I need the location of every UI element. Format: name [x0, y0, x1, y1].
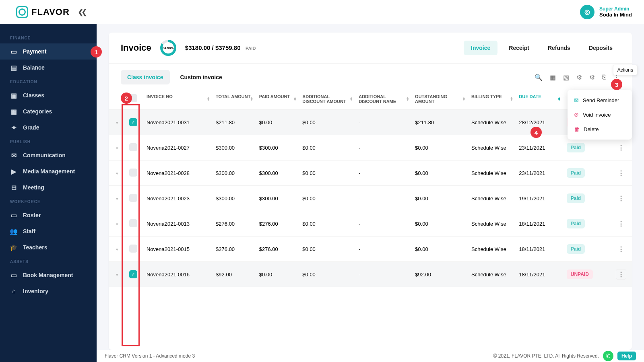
expand-icon[interactable]: ▾ [116, 120, 120, 125]
row-more-icon[interactable]: ⋮ [616, 142, 626, 153]
sidebar-item-label: Meeting [23, 184, 44, 191]
cell-total: $300.00 [212, 160, 255, 186]
expand-icon[interactable]: ▾ [116, 171, 120, 176]
cell-add-discount-amount: $0.00 [298, 262, 355, 287]
calendar-icon[interactable]: ▦ [550, 74, 556, 81]
export-icon[interactable]: ⎘ [602, 74, 606, 81]
sidebar-item-meeting[interactable]: ⊟Meeting [0, 179, 97, 195]
settings-icon[interactable]: ⚙ [589, 74, 595, 81]
action-delete[interactable]: 🗑Delete [568, 122, 632, 136]
cell-due-date: 23/11/2021 [515, 160, 562, 186]
expand-icon[interactable]: ▾ [116, 247, 120, 252]
cell-invoice-no: Novena2021-0013 [142, 211, 212, 237]
sidebar-item-inventory[interactable]: ⌂Inventory [0, 283, 97, 299]
filter-icon[interactable]: ⚙ [576, 74, 582, 81]
col-invoice-no[interactable]: INVOICE NO▲▼ [142, 88, 212, 110]
user-text: Super Admin Soda In Mind [599, 6, 632, 18]
sidebar-item-roster[interactable]: ▭Roster [0, 207, 97, 223]
table-container[interactable]: INVOICE NO▲▼ TOTAL AMOUNT▲▼ PAID AMOUNT▲… [109, 88, 632, 350]
tab-deposits[interactable]: Deposits [582, 41, 620, 55]
expand-icon[interactable]: ▾ [116, 146, 120, 150]
col-billing-type[interactable]: BILLING TYPE▲▼ [467, 88, 515, 110]
row-checkbox[interactable] [129, 219, 137, 227]
cell-invoice-no: Novena2021-0016 [142, 262, 212, 287]
sidebar-item-balance[interactable]: ▤Balance [0, 60, 97, 76]
sidebar-item-payment[interactable]: ▭Payment [0, 43, 97, 60]
col-total-amount[interactable]: TOTAL AMOUNT▲▼ [212, 88, 255, 110]
cell-add-discount-name: - [355, 135, 411, 160]
sidebar-item-categories[interactable]: ▦Categories [0, 103, 97, 119]
row-checkbox[interactable] [129, 169, 137, 177]
status-badge: Paid [567, 193, 585, 203]
expand-icon[interactable]: ▾ [116, 272, 120, 277]
categories-icon: ▦ [10, 108, 17, 115]
col-paid-amount[interactable]: PAID AMOUNT▲▼ [255, 88, 299, 110]
cell-invoice-no: Novena2021-0023 [142, 186, 212, 211]
row-checkbox[interactable] [129, 245, 137, 253]
sub-tab-custom-invoice[interactable]: Custom invoice [174, 70, 229, 84]
col-additional-discount-amount[interactable]: ADDITIONAL DISCOUNT AMOUNT▲▼ [298, 88, 355, 110]
sidebar-item-communication[interactable]: ✉Communication [0, 147, 97, 163]
cell-add-discount-amount: $0.00 [298, 211, 355, 237]
row-checkbox[interactable] [129, 143, 137, 151]
progress-donut: 84.58% [160, 40, 176, 56]
tab-refunds[interactable]: Refunds [541, 41, 578, 55]
tab-receipt[interactable]: Receipt [502, 41, 537, 55]
table-row: ▾✓Novena2021-0016$92.00$0.00$0.00-$92.00… [109, 262, 632, 287]
help-button[interactable]: Help [617, 352, 636, 360]
expand-icon[interactable]: ▾ [116, 196, 120, 201]
sidebar-item-staff[interactable]: 👥Staff [0, 223, 97, 239]
col-additional-discount-name[interactable]: ADDITIONAL DISCOUNT NAME▲▼ [355, 88, 411, 110]
action-label: Send Reminder [583, 97, 619, 103]
sidebar-item-label: Book Management [23, 272, 73, 278]
row-more-icon[interactable]: ⋮ [616, 269, 626, 280]
sub-tab-class-invoice[interactable]: Class invoice [121, 70, 170, 84]
invoice-table: INVOICE NO▲▼ TOTAL AMOUNT▲▼ PAID AMOUNT▲… [109, 88, 632, 287]
whatsapp-icon[interactable]: ✆ [603, 351, 613, 361]
action-void-invoice[interactable]: ⊘Void invoice [568, 107, 632, 122]
logo-section: FLAVOR ❮❮ [16, 6, 85, 18]
row-more-icon[interactable]: ⋮ [616, 244, 626, 254]
cell-due-date: 23/11/2021 [515, 135, 562, 160]
cell-outstanding: $0.00 [411, 237, 467, 262]
search-icon[interactable]: 🔍 [535, 74, 543, 81]
action-label: Void invoice [583, 112, 611, 118]
date-range-icon[interactable]: ▧ [563, 74, 569, 81]
sidebar-item-book-management[interactable]: ▭Book Management [0, 267, 97, 283]
meeting-icon: ⊟ [10, 184, 17, 191]
sub-tabs: Class invoiceCustom invoice [121, 70, 229, 84]
expand-icon[interactable]: ▾ [116, 222, 120, 226]
sidebar-item-media-management[interactable]: ▶Media Management [0, 163, 97, 179]
cell-total: $300.00 [212, 135, 255, 160]
sidebar-item-teachers[interactable]: 🎓Teachers [0, 239, 97, 255]
col-outstanding-amount[interactable]: OUTSTANDING AMOUNT▲▼ [411, 88, 467, 110]
sidebar-item-grade[interactable]: ✦Grade [0, 119, 97, 136]
toolbar-icons: 🔍 ▦ ▧ ⚙ ⚙ ⎘ ⋮ [535, 74, 620, 81]
row-more-icon[interactable]: ⋮ [616, 218, 626, 229]
app-logo[interactable]: FLAVOR [16, 6, 70, 18]
row-checkbox[interactable] [129, 194, 137, 202]
cell-total: $92.00 [212, 262, 255, 287]
action-send-reminder[interactable]: ✉Send Reminder [568, 93, 632, 107]
row-more-icon[interactable]: ⋮ [616, 168, 626, 178]
user-section[interactable]: ◎ Super Admin Soda In Mind [580, 5, 632, 19]
row-checkbox[interactable]: ✓ [129, 118, 137, 126]
sidebar-item-label: Staff [23, 228, 35, 234]
row-checkbox[interactable]: ✓ [129, 270, 137, 278]
tab-invoice[interactable]: Invoice [464, 41, 497, 55]
cell-due-date: 18/11/2021 [515, 262, 562, 287]
section-label: PUBLISH [0, 136, 97, 147]
cell-invoice-no: Novena2021-0031 [142, 110, 212, 135]
totals: $3180.00 / $3759.80 PAID [185, 44, 256, 51]
cell-billing-type: Schedule Wise [467, 110, 515, 135]
sidebar-collapse-icon[interactable]: ❮❮ [78, 8, 85, 16]
app-name: FLAVOR [31, 7, 70, 17]
cell-outstanding: $0.00 [411, 186, 467, 211]
section-label: WORKFORCE [0, 195, 97, 207]
cell-add-discount-name: - [355, 160, 411, 186]
row-more-icon[interactable]: ⋮ [616, 193, 626, 204]
table-row: ▾Novena2021-0027$300.00$300.00$0.00-$0.0… [109, 135, 632, 160]
balance-icon: ▤ [10, 64, 17, 71]
sidebar-item-classes[interactable]: ▣Classes [0, 87, 97, 103]
col-due-date[interactable]: DUE DATE▲▼ [515, 88, 562, 110]
